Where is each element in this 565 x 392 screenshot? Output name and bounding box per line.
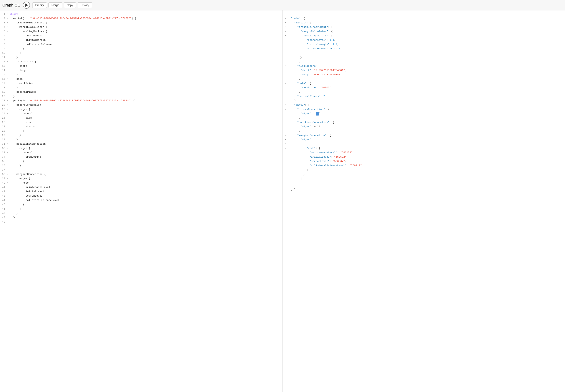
result-fold-arrow[interactable]: ▾: [285, 103, 288, 107]
editor-line: 27 status: [0, 125, 282, 129]
result-content-text: "maintenanceLevel": "542152",: [288, 151, 563, 155]
editor-panel[interactable]: 1▾query {2▾ market(id: "c0be8d3b8267d640…: [0, 10, 282, 392]
result-fold-arrow[interactable]: ▾: [285, 142, 288, 146]
fold-arrow[interactable]: ▾: [7, 112, 10, 116]
fold-arrow[interactable]: ▾: [7, 146, 10, 151]
fold-arrow[interactable]: ▾: [7, 98, 10, 103]
line-content: maintenanceLevel: [10, 185, 282, 190]
result-line: }: [285, 185, 563, 190]
line-number: 14: [0, 68, 7, 73]
editor-line: 8 collateralRelease: [0, 42, 282, 47]
result-content-text: }: [288, 194, 563, 198]
result-fold-arrow[interactable]: ▾: [285, 64, 288, 68]
result-line: "searchLevel": "596367",: [285, 159, 563, 164]
fold-arrow[interactable]: ▾: [7, 60, 10, 64]
result-fold-arrow[interactable]: ▾: [285, 133, 288, 138]
prettify-button[interactable]: Prettify: [32, 2, 47, 8]
result-line: }: [285, 168, 563, 172]
editor-line: 31▾ positionsConnection {: [0, 142, 282, 146]
line-content: }: [10, 86, 282, 90]
result-panel[interactable]: {▾ "data": {▾ "market": {▾ "tradableInst…: [282, 10, 565, 392]
editor-line: 36 }: [0, 164, 282, 168]
line-number: 41: [0, 185, 7, 190]
fold-arrow[interactable]: ▾: [7, 25, 10, 29]
line-number: 4: [0, 25, 7, 29]
result-fold-arrow[interactable]: ▾: [285, 34, 288, 38]
result-line: "edges": [↔]: [285, 112, 563, 116]
editor-line: 12▾ riskFactors {: [0, 60, 282, 64]
result-fold-arrow[interactable]: ▾: [285, 138, 288, 142]
fold-arrow[interactable]: ▾: [7, 151, 10, 155]
line-content: initialMargin: [10, 38, 282, 42]
result-line: "markPrice": "10000": [285, 86, 563, 90]
editor-line: 33▾ node {: [0, 151, 282, 155]
result-fold-arrow[interactable]: ▾: [285, 25, 288, 29]
editor-line: 44 collateralReleaseLevel: [0, 198, 282, 202]
result-line: },: [285, 55, 563, 60]
editor-line: 29 }: [0, 133, 282, 138]
merge-button[interactable]: Merge: [48, 2, 62, 8]
editor-line: 20 }: [0, 94, 282, 98]
fold-arrow[interactable]: ▾: [7, 142, 10, 146]
line-content: query {: [10, 12, 282, 16]
line-content: size: [10, 120, 282, 125]
result-content-text: "scalingFactors": {: [288, 34, 563, 38]
fold-arrow[interactable]: ▾: [7, 77, 10, 81]
result-fold-arrow[interactable]: ▾: [285, 29, 288, 34]
fold-arrow[interactable]: ▾: [7, 12, 10, 16]
line-number: 16: [0, 77, 7, 81]
result-content-text: },: [288, 90, 563, 94]
editor-line: 41 maintenanceLevel: [0, 185, 282, 190]
history-button[interactable]: History: [78, 2, 92, 8]
fold-arrow[interactable]: ▾: [7, 29, 10, 34]
line-content: searchLevel: [10, 194, 282, 198]
line-content: marginsConnection {: [10, 172, 282, 177]
collapsed-badge[interactable]: ↔: [316, 112, 319, 115]
editor-line: 38▾ marginsConnection {: [0, 172, 282, 177]
line-number: 37: [0, 168, 7, 172]
editor-line: 43 searchLevel: [0, 194, 282, 198]
line-content: ordersConnection {: [10, 103, 282, 107]
result-content-text: "edges": null: [288, 125, 563, 129]
line-number: 34: [0, 155, 7, 159]
result-content-text: {: [288, 12, 563, 16]
result-line: "collateralRelease": 1.4: [285, 47, 563, 51]
copy-button[interactable]: Copy: [64, 2, 76, 8]
fold-arrow[interactable]: ▾: [7, 107, 10, 112]
result-line: ]: [285, 177, 563, 181]
line-number: 18: [0, 86, 7, 90]
result-fold-arrow[interactable]: ▾: [285, 16, 288, 21]
fold-arrow[interactable]: ▾: [7, 181, 10, 185]
query-editor[interactable]: 1▾query {2▾ market(id: "c0be8d3b8267d640…: [0, 10, 282, 226]
result-line: }: [285, 190, 563, 194]
result-line: "decimalPlaces": 2: [285, 94, 563, 98]
fold-arrow[interactable]: ▾: [7, 103, 10, 107]
line-number: 26: [0, 120, 7, 125]
result-fold-arrow[interactable]: ▾: [285, 81, 288, 86]
result-line: },: [285, 77, 563, 81]
line-number: 22: [0, 103, 7, 107]
run-button[interactable]: [23, 1, 30, 9]
result-fold-arrow[interactable]: ▾: [285, 146, 288, 151]
line-number: 31: [0, 142, 7, 146]
line-content: positionsConnection {: [10, 142, 282, 146]
line-number: 19: [0, 90, 7, 94]
line-number: 42: [0, 190, 7, 194]
result-line: "positionsConnection": {: [285, 120, 563, 125]
editor-line: 17 markPrice: [0, 81, 282, 86]
line-number: 45: [0, 202, 7, 207]
fold-arrow[interactable]: ▾: [7, 21, 10, 25]
result-line: "initialMargin": 1.2,: [285, 42, 563, 47]
editor-line: 28 }: [0, 129, 282, 133]
line-number: 29: [0, 133, 7, 138]
result-line: }: [285, 51, 563, 55]
result-content-text: },: [288, 129, 563, 133]
result-fold-arrow[interactable]: ▾: [285, 21, 288, 25]
fold-arrow[interactable]: ▾: [7, 177, 10, 181]
result-line: ▾ "riskFactors": {: [285, 64, 563, 68]
line-number: 20: [0, 94, 7, 98]
fold-arrow[interactable]: ▾: [7, 16, 10, 21]
result-fold-arrow[interactable]: ▾: [285, 107, 288, 112]
result-line: {: [285, 12, 563, 16]
fold-arrow[interactable]: ▾: [7, 172, 10, 177]
